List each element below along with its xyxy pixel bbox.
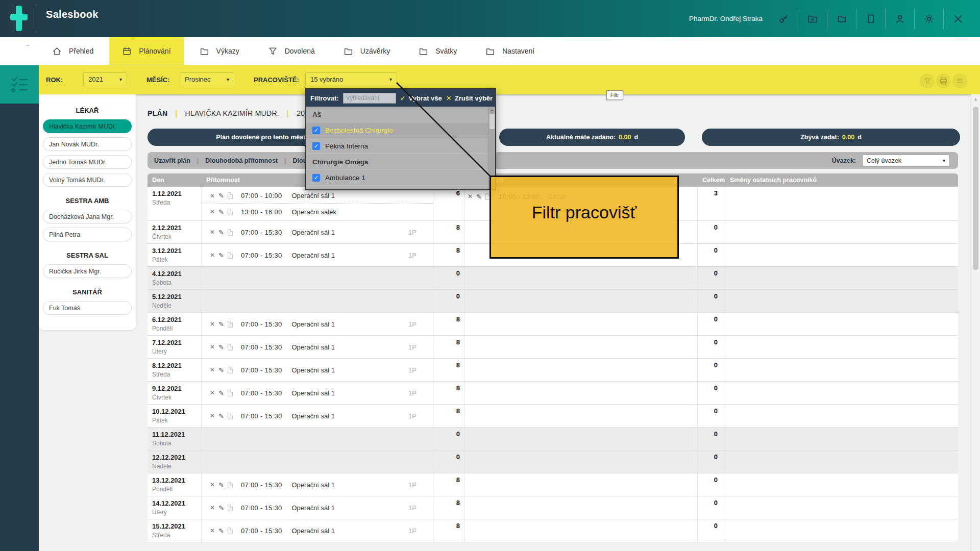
- plan-title: PLÁN: [148, 109, 167, 117]
- menu-button[interactable]: [952, 73, 967, 88]
- sidebar-item-doch-zkov-jana-mgr[interactable]: Docházková Jana Mgr.: [43, 210, 132, 223]
- note-icon[interactable]: [228, 367, 233, 373]
- note-icon[interactable]: [228, 413, 233, 419]
- edit-shift-icon[interactable]: ✎: [218, 412, 224, 420]
- note-icon[interactable]: [228, 528, 233, 534]
- print-button[interactable]: [936, 73, 951, 88]
- tab-uz-v-rky[interactable]: Uzávěrky: [331, 37, 403, 65]
- edit-shift-icon[interactable]: ✎: [218, 252, 224, 259]
- row-day-name: Pátek: [152, 256, 197, 263]
- delete-shift-icon[interactable]: ✕: [210, 527, 215, 534]
- clear-selection-button[interactable]: ✕ Zrušit výběr: [446, 94, 493, 102]
- sidebar-rail-top[interactable]: [0, 65, 39, 104]
- folder-n-icon[interactable]: N: [805, 11, 820, 27]
- note-icon[interactable]: [228, 252, 233, 259]
- folder-icon[interactable]: [834, 11, 849, 27]
- dropdown-item-ambulance-1[interactable]: ✓Ambulance 1: [306, 170, 495, 186]
- checkbox-checked[interactable]: ✓: [312, 142, 320, 150]
- delete-shift-icon[interactable]: ✕: [468, 193, 473, 200]
- note-icon[interactable]: [228, 344, 233, 350]
- gear-icon[interactable]: [921, 11, 937, 27]
- page-scrollbar-thumb[interactable]: [973, 107, 978, 270]
- delete-shift-icon[interactable]: ✕: [210, 208, 215, 215]
- shift-entry: ✕✎07:00 - 15:30Operační sál 11P: [202, 408, 433, 424]
- key-icon[interactable]: [776, 11, 791, 27]
- delete-shift-icon[interactable]: ✕: [210, 366, 215, 373]
- total-cell: 0: [698, 244, 725, 266]
- delete-shift-icon[interactable]: ✕: [210, 504, 215, 511]
- select-all-button[interactable]: ✓ Vybrat vše: [400, 94, 442, 102]
- checkbox-checked[interactable]: ✓: [312, 127, 320, 134]
- toolbar-action-dlouhodob-p-tomnost[interactable]: Dlouhodobá přítomnost: [199, 157, 284, 164]
- note-icon[interactable]: [228, 321, 233, 328]
- filter-button[interactable]: [920, 73, 935, 88]
- edit-shift-icon[interactable]: ✎: [218, 192, 224, 199]
- workplace-select[interactable]: 15 vybráno▾: [305, 72, 397, 86]
- delete-shift-icon[interactable]: ✕: [210, 252, 215, 259]
- delete-shift-icon[interactable]: ✕: [210, 412, 215, 419]
- edit-shift-icon[interactable]: ✎: [218, 527, 224, 535]
- shift-place: Operační sál 1: [292, 481, 335, 489]
- row-day-name: Sobota: [152, 279, 197, 286]
- user-icon[interactable]: [892, 11, 908, 27]
- edit-shift-icon[interactable]: ✎: [218, 366, 224, 374]
- row-day-name: Čtvrtek: [152, 233, 197, 240]
- other-shifts-cell: [725, 221, 958, 243]
- year-select[interactable]: 2021▾: [83, 72, 127, 86]
- edit-shift-icon[interactable]: ✎: [218, 229, 224, 236]
- page-scrollbar[interactable]: ▲: [971, 94, 980, 551]
- delete-shift-icon[interactable]: ✕: [210, 192, 215, 199]
- edit-shift-icon[interactable]: ✎: [218, 481, 224, 489]
- table-row: 13.12.2021Pondělí✕✎07:00 - 15:30Operační…: [148, 473, 958, 496]
- sidebar-item-fuk-tom[interactable]: Fuk Tomáš: [43, 301, 132, 315]
- edit-shift-icon[interactable]: ✎: [218, 389, 224, 397]
- scroll-up-icon[interactable]: ▲: [971, 97, 980, 102]
- edit-shift-icon[interactable]: ✎: [218, 320, 224, 328]
- scroll-up-icon[interactable]: ▲: [489, 108, 495, 112]
- forward-arrow-icon[interactable]: →: [23, 40, 30, 48]
- edit-shift-icon[interactable]: ✎: [218, 504, 224, 512]
- sidebar-item-hlavi-ka-kazim-r-mudr[interactable]: Hlavička Kazimír MUDr.: [43, 119, 132, 133]
- sidebar-item-jan-nov-k-mudr[interactable]: Jan Novák MUDr.: [43, 137, 132, 151]
- note-icon[interactable]: [228, 505, 233, 511]
- note-icon[interactable]: [228, 229, 233, 236]
- tab-v-kazy[interactable]: Výkazy: [187, 37, 252, 65]
- delete-shift-icon[interactable]: ✕: [210, 343, 215, 350]
- presence-hours-cell: 0: [433, 450, 464, 473]
- sidebar-item-piln-petra[interactable]: Pilná Petra: [43, 228, 132, 241]
- delete-shift-icon[interactable]: ✕: [210, 481, 215, 488]
- dropdown-item-p-kn-interna[interactable]: ✓Pěkná Interna: [306, 138, 495, 154]
- page-icon[interactable]: [863, 11, 878, 27]
- tab-sv-tky[interactable]: Svátky: [406, 37, 470, 65]
- workplace-search-input[interactable]: [343, 93, 396, 104]
- folder-icon: [485, 46, 495, 56]
- edit-shift-icon[interactable]: ✎: [218, 343, 224, 351]
- dropdown-item-bezbolestn-chirurgie[interactable]: ✓Bezbolestná Chirurgie: [306, 122, 495, 138]
- note-icon[interactable]: [228, 209, 233, 215]
- note-icon[interactable]: [228, 482, 233, 488]
- checkbox-checked[interactable]: ✓: [312, 174, 320, 182]
- sidebar-item-voln-tom-mudr[interactable]: Volný Tomáš MUDr.: [43, 173, 132, 187]
- calendar-icon: [122, 46, 132, 56]
- scrollbar-thumb[interactable]: [489, 114, 495, 129]
- note-icon[interactable]: [228, 192, 233, 199]
- delete-shift-icon[interactable]: ✕: [210, 320, 215, 328]
- delete-shift-icon[interactable]: ✕: [210, 389, 215, 396]
- close-icon[interactable]: [950, 11, 966, 27]
- presence-hours-cell: 8: [433, 313, 464, 335]
- note-icon[interactable]: [228, 390, 233, 396]
- tab-p-ehled[interactable]: Přehled: [39, 37, 106, 65]
- delete-shift-icon[interactable]: ✕: [210, 229, 215, 236]
- contract-select[interactable]: Celý úvazek▾: [862, 155, 950, 167]
- presence-hours-cell: 8: [433, 519, 464, 542]
- sidebar-item-ru-i-ka-jirka-mgr[interactable]: Ručička Jirka Mgr.: [43, 264, 132, 278]
- month-select[interactable]: Prosinec▾: [180, 72, 234, 86]
- edit-shift-icon[interactable]: ✎: [218, 208, 224, 216]
- tab-dovolen[interactable]: Dovolená: [255, 37, 328, 65]
- tab-nastaven[interactable]: Nastavení: [473, 37, 547, 65]
- toolbar-action-uzav-t-pl-n[interactable]: Uzavřít plán: [148, 157, 197, 164]
- edit-shift-icon[interactable]: ✎: [476, 193, 482, 201]
- day-cell: 13.12.2021Pondělí: [148, 473, 202, 496]
- tab-pl-nov-n[interactable]: Plánování: [109, 37, 183, 65]
- sidebar-item-jedno-tom-mudr[interactable]: Jedno Tomáš MUDr.: [43, 155, 132, 169]
